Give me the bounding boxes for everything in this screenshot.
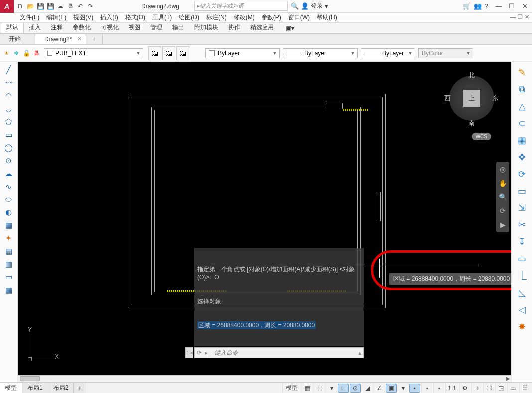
move-tool-icon[interactable]: ✥ [514, 150, 530, 165]
menu-insert[interactable]: 插入(I) [100, 13, 118, 22]
status-osnap-icon[interactable]: ▣ [386, 384, 397, 393]
status-grid-icon[interactable]: ▦ [302, 384, 313, 393]
arc2-tool-icon[interactable]: ◡ [2, 103, 16, 115]
view-cube[interactable]: 上 北 南 东 西 [444, 71, 499, 126]
spline-tool-icon[interactable]: ∿ [2, 181, 16, 193]
rectangle-tool-icon[interactable]: ▭ [2, 129, 16, 141]
layer-plot-icon[interactable]: 🖶 [32, 49, 41, 58]
join-tool-icon[interactable]: ⎿ [514, 268, 530, 283]
menu-help[interactable]: 帮助(H) [317, 13, 337, 22]
nav-showmotion-icon[interactable]: ▶ [498, 219, 508, 230]
login-dd-icon[interactable]: ▾ [325, 2, 328, 10]
rotate-tool-icon[interactable]: ⟳ [514, 167, 530, 182]
ribbon-tab-annotate[interactable]: 注释 [46, 22, 68, 33]
menu-modify[interactable]: 修改(M) [234, 13, 255, 22]
extend-tool-icon[interactable]: ↧ [514, 234, 530, 249]
new-icon[interactable]: 🗋 [16, 2, 25, 11]
login-area[interactable]: 🔍 👤 登录 ▾ [291, 2, 328, 10]
region-tool-icon[interactable]: ▭ [2, 271, 16, 283]
ribbon-tab-parametric[interactable]: 参数化 [68, 22, 96, 33]
search-go-icon[interactable]: 🔍 [291, 2, 299, 10]
web-icon[interactable]: ☁ [56, 2, 65, 11]
menu-format[interactable]: 格式(O) [125, 13, 145, 22]
status-ortho-icon[interactable]: ∟ [338, 384, 349, 393]
menu-tools[interactable]: 工具(T) [152, 13, 172, 22]
cube-south[interactable]: 南 [468, 119, 475, 128]
table-tool-icon[interactable]: ▦ [2, 284, 16, 296]
status-iso2-icon[interactable]: ◳ [495, 384, 506, 393]
menu-file[interactable]: 文件(F) [20, 13, 39, 22]
saveas-icon[interactable]: 💾 [46, 2, 55, 11]
circle-tool-icon[interactable]: ◯ [2, 142, 16, 154]
linetype-selector[interactable]: ByLayer▼ [283, 48, 358, 58]
ribbon-tab-visualize[interactable]: 可视化 [96, 22, 124, 33]
cube-top-face[interactable]: 上 [463, 90, 480, 107]
mdi-min[interactable]: — [510, 14, 516, 20]
ellipse-arc-icon[interactable]: ◐ [2, 206, 16, 218]
copy-tool-icon[interactable]: ⧉ [514, 82, 530, 97]
status-monitor-icon[interactable]: 🖵 [483, 384, 494, 393]
nav-pan-icon[interactable]: ✋ [498, 178, 508, 189]
menu-draw[interactable]: 绘图(D) [179, 13, 199, 22]
layout-tab-add[interactable]: ＋ [74, 383, 86, 393]
stretch-tool-icon[interactable]: ⇲ [514, 200, 530, 215]
status-gear-icon[interactable]: ⚙ [459, 384, 470, 393]
horizontal-scrollbar[interactable]: ▶ [18, 375, 511, 382]
scale-tool-icon[interactable]: ▭ [514, 184, 530, 198]
wcs-badge[interactable]: WCS [472, 133, 491, 140]
status-plus-icon[interactable]: ＋ [471, 384, 482, 393]
minimize-button[interactable]: — [494, 2, 503, 10]
ribbon-expand-icon[interactable]: ▣▾ [281, 23, 299, 33]
help-icon[interactable]: ? [485, 2, 488, 10]
status-model-button[interactable]: 模型 [282, 384, 301, 393]
open-icon[interactable]: 📂 [26, 2, 35, 11]
search-input[interactable]: ▸ 键入关键字或短语 [194, 2, 288, 11]
status-anno3-icon[interactable]: ⋆ [433, 384, 444, 393]
redo-icon[interactable]: ↷ [86, 2, 95, 11]
scroll-thumb[interactable] [20, 376, 40, 381]
layer-props-icon[interactable]: ☀ [2, 49, 11, 58]
explode-tool-icon[interactable]: ✸ [514, 319, 530, 334]
revcloud-tool-icon[interactable]: ☁ [2, 168, 16, 180]
status-drop2-icon[interactable]: ▾ [398, 384, 408, 393]
menu-edit[interactable]: 编辑(E) [46, 13, 66, 22]
ribbon-tab-featured[interactable]: 精选应用 [245, 22, 279, 33]
layout-tab-1[interactable]: 布局1 [22, 383, 48, 393]
command-drag-handle[interactable]: ⋮✕ [185, 347, 193, 358]
ribbon-tab-collab[interactable]: 协作 [223, 22, 245, 33]
close-button[interactable]: ✕ [520, 2, 529, 10]
cube-west[interactable]: 西 [444, 94, 451, 103]
menu-dimension[interactable]: 标注(N) [206, 13, 227, 22]
status-otrack-icon[interactable]: ∠ [374, 384, 385, 393]
menu-window[interactable]: 窗口(W) [288, 13, 310, 22]
layout-tab-2[interactable]: 布局2 [48, 383, 74, 393]
status-polar-icon[interactable]: ⊙ [350, 384, 361, 393]
doc-tab-start[interactable]: 开始 [0, 33, 35, 45]
plotstyle-selector[interactable]: ByColor▼ [418, 48, 473, 58]
status-snap-icon[interactable]: ⸬ [314, 384, 325, 393]
layer-freeze-icon[interactable]: ❄ [12, 49, 21, 58]
layer-lock-icon[interactable]: 🔓 [22, 49, 31, 58]
gradient-tool-icon[interactable]: ▥ [2, 258, 16, 270]
nav-orbit-icon[interactable]: ⟳ [498, 205, 508, 216]
undo-icon[interactable]: ↶ [76, 2, 85, 11]
ribbon-tab-manage[interactable]: 管理 [145, 22, 167, 33]
status-scale-label[interactable]: 1:1 [445, 384, 458, 393]
lineweight-selector[interactable]: ByLayer▼ [361, 48, 415, 58]
layer-panel-3-icon[interactable]: 🗂 [176, 46, 189, 60]
circle2-tool-icon[interactable]: ⊙ [2, 155, 16, 167]
polyline-tool-icon[interactable]: 〰 [2, 77, 16, 89]
layer-selector[interactable]: PUB_TEXT ▼ [44, 48, 143, 58]
drawing-canvas[interactable]: 区域 = 26888400.0000，周长 = 20880.0000 上 北 南… [18, 62, 511, 375]
cube-east[interactable]: 东 [492, 94, 499, 103]
command-input[interactable] [214, 349, 355, 356]
mdi-close[interactable]: ✕ [525, 14, 529, 20]
nav-wheel-icon[interactable]: ◎ [498, 164, 508, 175]
save-icon[interactable]: 💾 [36, 2, 45, 11]
doc-tab-close-icon[interactable]: ✕ [77, 36, 82, 42]
layout-tab-model[interactable]: 模型 [0, 383, 22, 393]
doc-tab-active[interactable]: Drawing2*✕ [35, 34, 86, 44]
offset-tool-icon[interactable]: ⊂ [514, 116, 530, 131]
cube-north[interactable]: 北 [468, 71, 475, 80]
layer-panel-2-icon[interactable]: 🗂 [162, 46, 175, 60]
